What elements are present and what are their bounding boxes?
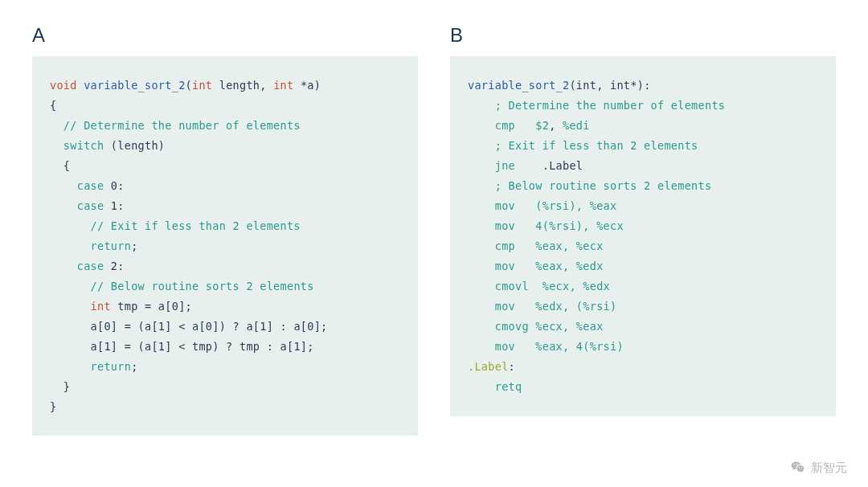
asm-comment1: ; Determine the number of elements: [468, 99, 725, 112]
op-mov4: mov: [468, 300, 515, 313]
paren: (: [186, 79, 192, 92]
op-cmp: cmp: [468, 119, 515, 132]
semi: ;: [131, 239, 137, 252]
comment-determine: // Determine the number of elements: [50, 119, 301, 132]
mov2-args: 4(%rsi), %ecx: [515, 219, 624, 232]
panel-a: A void variable_sort_2(int length, int *…: [32, 24, 418, 436]
mov5-args: %eax, 4(%rsi): [515, 340, 624, 353]
imm2: $2: [515, 119, 549, 132]
brace: {: [50, 159, 70, 172]
mov1-args: (%rsi), %eax: [515, 199, 616, 212]
asm-fn: variable_sort_2: [468, 79, 569, 92]
comment-exit: // Exit if less than 2 elements: [50, 219, 301, 232]
attribution-text: 新智元: [811, 460, 847, 476]
op-mov1: mov: [468, 199, 515, 212]
semi2: ;: [131, 360, 137, 373]
comma: ,: [549, 119, 563, 132]
label-colon: :: [509, 360, 515, 373]
op-retq: retq: [468, 380, 522, 393]
panel-b-label: B: [450, 24, 836, 47]
case1: 1:: [104, 199, 124, 212]
kw-return2: return: [50, 360, 131, 373]
mov4-args: %edx, (%rsi): [515, 300, 616, 313]
cmovl-args: %ecx, %edx: [529, 280, 610, 293]
kw-int-tmp: int: [50, 300, 111, 313]
label-def: .Label: [468, 360, 509, 373]
brace-close: }: [50, 380, 70, 393]
op-cmovl: cmovl: [468, 280, 529, 293]
a0-assign: a[0] = (a[1] < a[0]) ? a[1] : a[0];: [50, 320, 328, 333]
kw-case1: case: [50, 199, 104, 212]
op-cmp2: cmp: [468, 239, 515, 252]
kw-void: void: [50, 79, 77, 92]
code-block-a: void variable_sort_2(int length, int *a)…: [32, 56, 418, 436]
cmovg-args: %ecx, %eax: [529, 320, 604, 333]
op-mov2: mov: [468, 219, 515, 232]
kw-return1: return: [50, 239, 131, 252]
panel-b: B variable_sort_2(int, int*): ; Determin…: [450, 24, 836, 416]
kw-case0: case: [50, 179, 104, 192]
kw-switch: switch: [50, 139, 104, 152]
case0: 0:: [104, 179, 124, 192]
panel-a-label: A: [32, 24, 418, 47]
param-length: length,: [212, 79, 273, 92]
op-mov3: mov: [468, 260, 515, 272]
sp: [515, 159, 542, 172]
jne-label: .Label: [542, 159, 583, 172]
fn-name: variable_sort_2: [77, 79, 186, 92]
op-jne: jne: [468, 159, 515, 172]
op-mov5: mov: [468, 340, 515, 353]
asm-args: (int, int*):: [569, 79, 650, 92]
comment-below: // Below routine sorts 2 elements: [50, 280, 314, 293]
brace-close2: }: [50, 400, 56, 413]
op-cmovg: cmovg: [468, 320, 529, 333]
reg-edi: %edi: [563, 119, 590, 132]
kw-int2: int: [273, 79, 293, 92]
param-a: *a): [293, 79, 321, 92]
brace: {: [50, 99, 56, 112]
code-block-b: variable_sort_2(int, int*): ; Determine …: [450, 56, 836, 416]
panels-container: A void variable_sort_2(int length, int *…: [32, 24, 836, 436]
switch-expr: (length): [104, 139, 165, 152]
kw-int1: int: [192, 79, 212, 92]
attribution: 新智元: [788, 460, 847, 476]
kw-case2: case: [50, 260, 104, 272]
asm-comment3: ; Below routine sorts 2 elements: [468, 179, 711, 192]
wechat-icon: [788, 460, 808, 476]
tmp-assign: tmp = a[0];: [111, 300, 192, 313]
asm-comment2: ; Exit if less than 2 elements: [468, 139, 698, 152]
mov3-args: %eax, %edx: [515, 260, 604, 272]
cmp2-args: %eax, %ecx: [515, 239, 604, 252]
a1-assign: a[1] = (a[1] < tmp) ? tmp : a[1];: [50, 340, 314, 353]
case2: 2:: [104, 260, 124, 272]
